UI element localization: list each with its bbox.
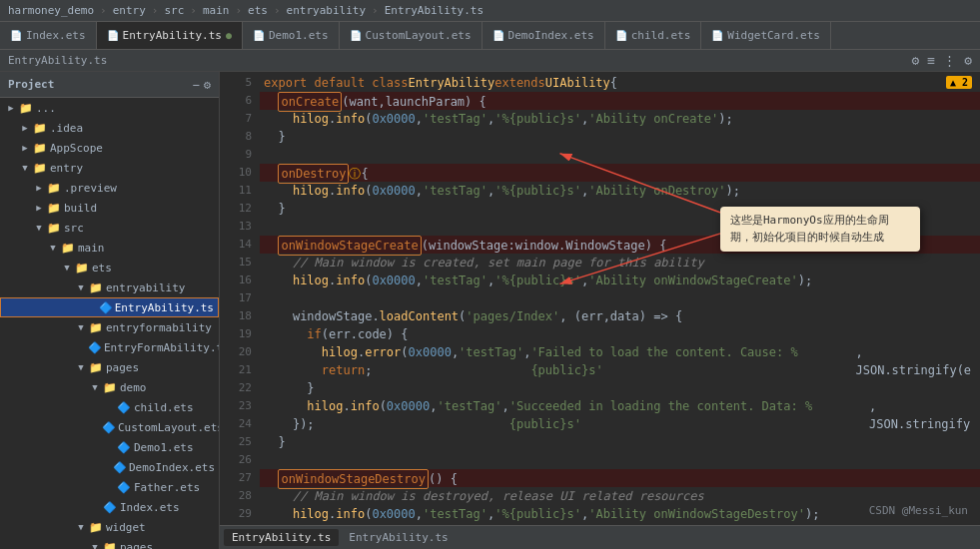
ts-file-icon: 🔷 [116, 441, 132, 454]
tree-item-src[interactable]: ▼ 📁 src [0, 218, 219, 238]
project-tree[interactable]: ▶ 📁 ... ▶ 📁 .idea ▶ 📁 AppScope ▼ 📁 entry… [0, 98, 219, 549]
tab-demo1-ets[interactable]: 📄 Demo1.ets [243, 22, 340, 50]
expand-arrow: ▼ [74, 522, 88, 532]
warning-badge: ▲ 2 [946, 76, 972, 89]
gear-icon[interactable]: ⚙ [204, 78, 211, 92]
file-icon: 📄 [615, 30, 627, 41]
tree-item-demo[interactable]: ▼ 📁 demo [0, 377, 219, 397]
toolbar: ⚙ ≡ ⋮ ⚙ [912, 53, 972, 68]
folder-icon: 📁 [60, 242, 76, 255]
folder-icon: 📁 [32, 162, 48, 175]
file-icon: 📄 [10, 30, 22, 41]
tree-item-entry[interactable]: ▼ 📁 entry [0, 158, 219, 178]
folder-icon: 📁 [46, 182, 62, 195]
expand-arrow: ▼ [88, 382, 102, 392]
folder-icon: 📁 [88, 521, 104, 534]
tree-item-child-ets[interactable]: 🔷 child.ets [0, 397, 219, 417]
tree-item-index-ets[interactable]: 🔷 Index.ets [0, 497, 219, 517]
tree-label: DemoIndex.ets [129, 461, 215, 474]
code-line: // Main window is destroyed, release UI … [260, 487, 980, 505]
expand-arrow: ▶ [32, 203, 46, 213]
tree-item-main[interactable]: ▼ 📁 main [0, 238, 219, 258]
tree-item-entryability-ts[interactable]: 🔷 EntryAbility.ts [0, 297, 219, 317]
tree-item-ets[interactable]: ▼ 📁 ets [0, 258, 219, 277]
sidebar-title: Project [8, 78, 54, 91]
bottom-tab-entryability2[interactable]: EntryAbility.ts [341, 529, 456, 546]
tree-item-widget-pages[interactable]: ▼ 📁 pages [0, 537, 219, 549]
folder-icon: 📁 [32, 142, 48, 155]
tree-label: AppScope [50, 142, 103, 155]
project-name: harmoney_demo [8, 4, 94, 17]
tree-label: src [64, 222, 84, 235]
tree-label: EntryAbility.ts [115, 301, 214, 314]
breadcrumb-item: EntryAbility.ts [8, 54, 107, 67]
code-line: hilog.info(0x0000, 'testTag', '%{public}… [260, 110, 980, 128]
file-icon: 📄 [711, 30, 723, 41]
code-line: hilog.info(0x0000, 'testTag', 'Succeeded… [260, 397, 980, 415]
code-line: hilog.info(0x0000, 'testTag', '%{public}… [260, 182, 980, 200]
tab-entryability-ts[interactable]: 📄 EntryAbility.ts ● [97, 22, 243, 50]
sidebar-toolbar: − ⚙ [193, 78, 211, 92]
folder-icon: 📁 [74, 262, 90, 274]
tree-item-build[interactable]: ▶ 📁 build [0, 198, 219, 218]
collapse-icon[interactable]: − [193, 78, 200, 92]
tree-item-entryformability[interactable]: ▼ 📁 entryformability [0, 317, 219, 337]
tab-demoindex-ets[interactable]: 📄 DemoIndex.ets [483, 22, 605, 50]
tree-item-widget[interactable]: ▼ 📁 widget [0, 517, 219, 537]
code-line: export default class EntryAbility extend… [260, 74, 980, 92]
file-icon: 📄 [253, 30, 265, 41]
tab-label: child.ets [631, 29, 691, 42]
tree-item-entryformability-ts[interactable]: 🔷 EntryFormAbility.ts [0, 337, 219, 357]
ts-file-icon: 🔷 [99, 301, 113, 314]
bottom-tab-entryability[interactable]: EntryAbility.ts [224, 529, 339, 546]
folder-icon: 📁 [46, 222, 62, 235]
tree-label: ets [92, 262, 112, 274]
tree-item-demoindex-ets[interactable]: 🔷 DemoIndex.ets [0, 457, 219, 477]
tree-item-father-ets[interactable]: 🔷 Father.ets [0, 477, 219, 497]
code-line [260, 289, 980, 307]
tab-label: EntryAbility.ts [123, 29, 222, 42]
file-icon: 📄 [492, 30, 504, 41]
tab-customlayout-ets[interactable]: 📄 CustomLayout.ets [340, 22, 483, 50]
file-icon: 📄 [107, 30, 119, 41]
tab-label: DemoIndex.ets [508, 29, 594, 42]
code-line [260, 451, 980, 469]
tree-item-pages[interactable]: ▼ 📁 pages [0, 357, 219, 377]
tab-label: Demo1.ets [269, 29, 329, 42]
ts-file-icon: 🔷 [113, 461, 127, 474]
tab-bar: 📄 Index.ets 📄 EntryAbility.ts ● 📄 Demo1.… [0, 22, 980, 50]
settings-icon[interactable]: ⚙ [912, 53, 920, 68]
code-line: } [260, 379, 980, 397]
folder-icon: 📁 [88, 281, 104, 294]
tree-label: demo [120, 381, 147, 394]
code-line: } [260, 523, 980, 525]
ts-file-icon: 🔷 [116, 481, 132, 494]
annotation-bubble: 这些是HarmonyOs应用的生命周期，初始化项目的时候自动生成 [720, 207, 920, 252]
annotation-text: 这些是HarmonyOs应用的生命周期，初始化项目的时候自动生成 [730, 214, 889, 244]
expand-arrow: ▼ [46, 243, 60, 253]
tree-item-demo1-ets[interactable]: 🔷 Demo1.ets [0, 437, 219, 457]
tree-item-idea[interactable]: ▶ 📁 .idea [0, 118, 219, 138]
tree-item-entryability[interactable]: ▼ 📁 entryability [0, 277, 219, 297]
code-line: hilog.error(0x0000, 'testTag', 'Failed t… [260, 343, 980, 361]
more-icon[interactable]: ⋮ [943, 53, 956, 68]
expand-arrow: ▼ [18, 163, 32, 173]
tree-item-appscope[interactable]: ▶ 📁 AppScope [0, 138, 219, 158]
code-line: onCreate(want, launchParam) { [260, 92, 980, 110]
sort-icon[interactable]: ≡ [927, 53, 935, 68]
expand-arrow: ▶ [18, 123, 32, 133]
code-editor[interactable]: export default class EntryAbility extend… [260, 72, 980, 525]
tree-item-customlayout-ets[interactable]: 🔷 CustomLayout.ets [0, 417, 219, 437]
tree-item-preview[interactable]: ▶ 📁 .preview [0, 178, 219, 198]
line-numbers: 5 6 7 8 9 10 11 12 13 14 15 16 17 18 19 … [220, 72, 260, 525]
expand-arrow: ▶ [18, 143, 32, 153]
tab-child-ets[interactable]: 📄 child.ets [605, 22, 702, 50]
tab-index-ets[interactable]: 📄 Index.ets [0, 22, 97, 50]
code-line: onWindowStageDestroy() { [260, 469, 980, 487]
settings2-icon[interactable]: ⚙ [964, 53, 972, 68]
tree-item-dots[interactable]: ▶ 📁 ... [0, 98, 219, 118]
main-layout: Project − ⚙ ▶ 📁 ... ▶ 📁 .idea ▶ 📁 AppSco… [0, 72, 980, 549]
expand-arrow: ▼ [74, 282, 88, 292]
tab-widgetcard-ets[interactable]: 📄 WidgetCard.ets [701, 22, 831, 50]
expand-arrow: ▼ [74, 362, 88, 372]
